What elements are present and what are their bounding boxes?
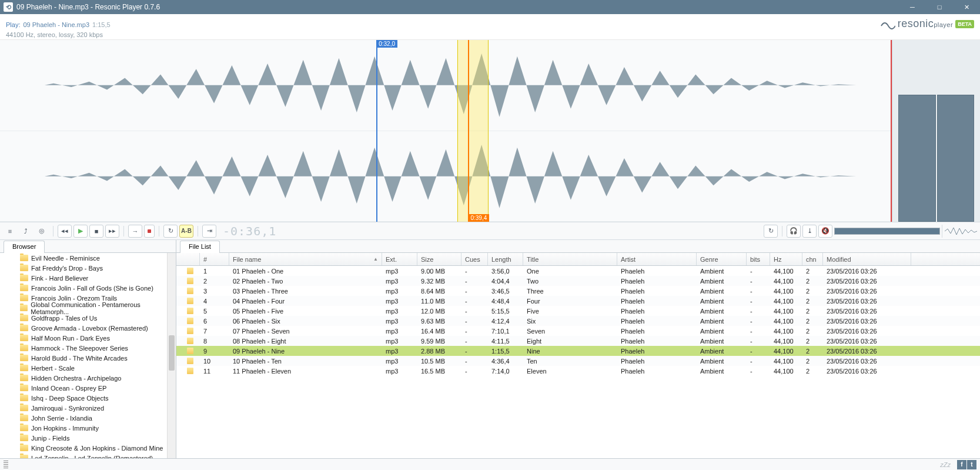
col-bits[interactable]: bits [747,253,770,265]
table-row[interactable]: 303 Phaeleh - Threemp38.64 MB-3:46,5Thre… [176,286,980,296]
cell-genre: Ambient [697,308,747,315]
folder-item[interactable]: John Serrie - Ixlandia [0,413,176,423]
tab-browser[interactable]: Browser [4,241,45,253]
mute-button[interactable]: 🔇 [818,225,832,238]
folder-item[interactable]: Fink - Hard Believer [0,273,176,283]
folder-item[interactable]: Half Moon Run - Dark Eyes [0,333,176,343]
table-row[interactable]: 606 Phaeleh - Sixmp39.63 MB-4:12,4SixPha… [176,316,980,326]
skip-forward-button[interactable]: → [128,225,142,238]
table-row[interactable]: 505 Phaeleh - Fivemp312.0 MB-5:15,5FiveP… [176,306,980,316]
table-row[interactable]: 1111 Phaeleh - Elevenmp316.5 MB-7:14,0El… [176,366,980,376]
col-modified[interactable]: Modified [823,253,911,265]
titlebar[interactable]: ⟲ 09 Phaeleh - Nine.mp3 - Resonic Player… [0,0,980,14]
status-grip[interactable] [4,461,8,469]
folder-label: Herbert - Scale [31,365,75,372]
headphone-button[interactable]: 🎧 [787,225,801,238]
table-row[interactable]: 909 Phaeleh - Ninemp32.88 MB-1:15,5NineP… [176,346,980,356]
record-indicator[interactable] [144,225,155,238]
folder-item[interactable]: King Creosote & Jon Hopkins - Diamond Mi… [0,443,176,453]
col-artist[interactable]: Artist [617,253,697,265]
waveform-area[interactable]: 0:32,0 0:39,4 [0,40,980,222]
mini-waveform[interactable] [942,225,977,238]
table-row[interactable]: 1010 Phaeleh - Tenmp310.5 MB-4:36,4TenPh… [176,356,980,366]
folder-item[interactable]: Evil Needle - Reminisce [0,253,176,263]
folder-icon [20,385,28,391]
col-length[interactable]: Length [488,253,523,265]
table-row[interactable]: 707 Phaeleh - Sevenmp316.4 MB-7:10,1Seve… [176,326,980,336]
col-chn[interactable]: chn [802,253,823,265]
cell-mod: 23/05/2016 03:26 [823,318,911,325]
cell-fname: 03 Phaeleh - Three [229,288,382,295]
cue-marker-orange[interactable]: 0:39,4 [468,40,469,222]
folder-item[interactable]: Groove Armada - Lovebox (Remastered) [0,323,176,333]
up-folder-button[interactable]: ⤴ [19,225,33,238]
folder-item[interactable]: Hammock - The Sleepover Series [0,343,176,353]
browser-scroll-thumb[interactable] [169,335,175,371]
folder-item[interactable]: Global Communication - Pentamerous Metam… [0,303,176,313]
col-title[interactable]: Title [523,253,617,265]
table-row[interactable]: 202 Phaeleh - Twomp39.32 MB-4:04,4TwoPha… [176,276,980,286]
twitter-icon[interactable]: t [967,460,976,469]
cell-genre: Ambient [697,278,747,285]
output-button[interactable]: ⤓ [802,225,817,238]
app-icon: ⟲ [4,2,13,12]
folder-item[interactable]: Herbert - Scale [0,363,176,373]
settings-button[interactable]: ◎ [35,225,49,238]
cue-marker-blue[interactable]: 0:32,0 [376,40,377,222]
waveform-channel-right[interactable] [0,131,892,222]
waveform-main[interactable]: 0:32,0 0:39,4 [0,40,892,222]
menu-button[interactable]: ≡ [3,225,17,238]
folder-item[interactable]: Jamiroquai - Synkronized [0,403,176,413]
table-body[interactable]: 101 Phaeleh - Onemp39.00 MB-3:56,0OnePha… [176,266,980,458]
tab-filelist[interactable]: File List [180,241,220,253]
col-cues[interactable]: Cues [461,253,488,265]
sleep-indicator[interactable]: zZz [940,461,951,468]
folder-item[interactable]: Led Zeppelin - Led Zeppelin (Remastered) [0,453,176,458]
close-button[interactable]: ✕ [953,0,980,14]
social-links: f t [956,460,976,469]
col-size[interactable]: Size [417,253,461,265]
facebook-icon[interactable]: f [957,460,966,469]
beta-badge: BETA [955,20,974,28]
folder-item[interactable]: Francois Jolin - Fall of Gods (She is Go… [0,283,176,293]
col-filename[interactable]: File name▲ [229,253,382,265]
prev-button[interactable]: ◂◂ [58,225,72,238]
table-row[interactable]: 404 Phaeleh - Fourmp311.0 MB-4:48,4FourP… [176,296,980,306]
loop-region[interactable] [457,40,489,222]
minimize-button[interactable]: ─ [899,0,926,14]
ab-loop-button[interactable]: A-B [179,225,193,238]
waveform-channel-left[interactable] [0,40,892,131]
volume-slider[interactable] [834,228,940,235]
folder-icon [20,435,28,441]
col-ext[interactable]: Ext. [382,253,417,265]
play-button[interactable]: ▶ [73,225,88,238]
crossfade-button[interactable]: ⇥ [202,225,216,238]
folder-item[interactable]: Harold Budd - The White Arcades [0,353,176,363]
folder-item[interactable]: Junip - Fields [0,433,176,443]
loop-button[interactable]: ↻ [163,225,178,238]
folder-item[interactable]: Hidden Orchestra - Archipelago [0,373,176,383]
folder-icon [20,405,28,411]
refresh-button[interactable]: ↻ [764,225,778,238]
stop-button[interactable]: ■ [89,225,103,238]
cell-cues: - [461,268,488,275]
maximize-button[interactable]: □ [926,0,953,14]
col-icon[interactable] [176,253,200,265]
col-genre[interactable]: Genre [697,253,747,265]
browser-panel[interactable]: Evil Needle - ReminisceFat Freddy's Drop… [0,253,176,458]
folder-label: Harold Budd - The White Arcades [31,355,128,362]
folder-item[interactable]: Ishq - Deep Space Objects [0,393,176,403]
table-row[interactable]: 808 Phaeleh - Eightmp39.59 MB-4:11,5Eigh… [176,336,980,346]
folder-item[interactable]: Inland Ocean - Osprey EP [0,383,176,393]
cell-mod: 23/05/2016 03:26 [823,358,911,365]
col-num[interactable]: # [200,253,229,265]
folder-item[interactable]: Fat Freddy's Drop - Bays [0,263,176,273]
next-button[interactable]: ▸▸ [105,225,119,238]
folder-label: King Creosote & Jon Hopkins - Diamond Mi… [31,445,163,452]
folder-label: Half Moon Run - Dark Eyes [31,335,110,342]
col-hz[interactable]: Hz [770,253,802,265]
browser-scrollbar[interactable] [167,253,176,458]
folder-icon [20,335,28,341]
table-row[interactable]: 101 Phaeleh - Onemp39.00 MB-3:56,0OnePha… [176,266,980,276]
folder-item[interactable]: Jon Hopkins - Immunity [0,423,176,433]
